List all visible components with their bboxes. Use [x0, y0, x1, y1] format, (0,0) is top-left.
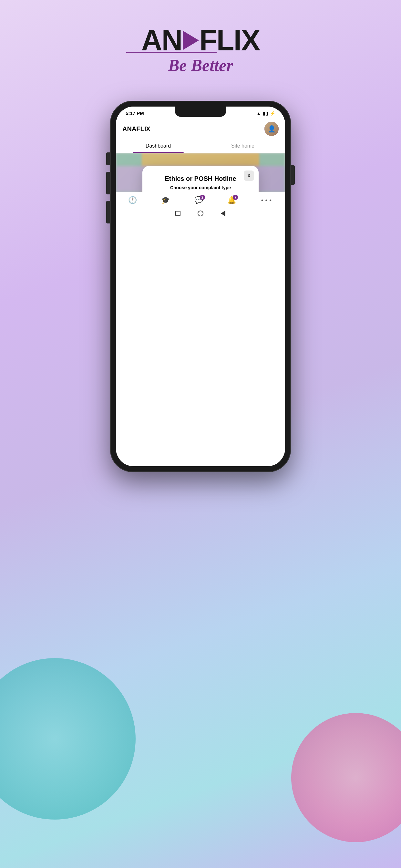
phone-mockup: 5:17 PM ▲ ▮▯ ⚡ ANAFLIX 👤 Dashboard — [110, 101, 291, 472]
home-button[interactable] — [197, 210, 204, 217]
nav-item-learning[interactable]: 🎓 — [161, 196, 170, 205]
logo-tagline: Be Better — [168, 56, 233, 75]
power-button — [291, 165, 295, 185]
messages-badge: 2 — [200, 195, 205, 200]
more-icon: ••• — [260, 197, 273, 204]
recent-apps-button[interactable] — [175, 210, 181, 217]
charging-icon: ⚡ — [270, 111, 275, 116]
wifi-icon: ▲ — [256, 111, 261, 116]
tab-site-home[interactable]: Site home — [201, 139, 285, 153]
android-nav-bar — [116, 207, 285, 221]
modal-close-button[interactable]: X — [244, 170, 254, 181]
notifications-badge: 7 — [233, 195, 238, 200]
phone-frame: 5:17 PM ▲ ▮▯ ⚡ ANAFLIX 👤 Dashboard — [110, 101, 291, 472]
logo-divider — [126, 52, 217, 53]
nav-item-notifications[interactable]: 🔔 7 — [227, 196, 236, 205]
back-button[interactable] — [220, 210, 226, 217]
nav-item-more[interactable]: ••• — [260, 197, 273, 204]
volume-up-button — [106, 172, 110, 194]
avatar-image: 👤 — [265, 122, 279, 136]
app-header: ANAFLIX 👤 — [116, 119, 285, 139]
modal-subtitle: Choose your complaint type — [150, 185, 251, 190]
phone-screen: 5:17 PM ▲ ▮▯ ⚡ ANAFLIX 👤 Dashboard — [116, 106, 285, 466]
phone-notch — [175, 106, 226, 117]
logo-part2: FLIX — [199, 26, 260, 55]
bg-decoration-pink — [291, 713, 401, 842]
logo-arrow-icon — [183, 31, 199, 50]
dashboard-icon: 🕐 — [128, 196, 137, 205]
nav-item-dashboard[interactable]: 🕐 — [128, 196, 137, 205]
modal-title: Ethics or POSH Hotline — [150, 175, 251, 182]
app-title: ANAFLIX — [122, 125, 150, 133]
tab-dashboard[interactable]: Dashboard — [116, 139, 201, 153]
modal-overlay: X Ethics or POSH Hotline Choose your com… — [116, 153, 285, 192]
circle-icon — [197, 211, 204, 216]
bottom-nav: 🕐 🎓 💬 2 🔔 7 ••• — [116, 192, 285, 207]
tab-bar: Dashboard Site home — [116, 139, 285, 153]
volume-down-button — [106, 201, 110, 223]
logo-area: AN FLIX Be Better — [126, 26, 275, 75]
learning-icon: 🎓 — [161, 196, 170, 205]
content-area: ⭐ ⭐ ⭐ ⭐ ⭐ X Ethics or POSH Hotline Choos… — [116, 153, 285, 192]
logo-part1: AN — [142, 26, 182, 55]
avatar[interactable]: 👤 — [265, 122, 279, 136]
hotline-modal: X Ethics or POSH Hotline Choose your com… — [143, 166, 258, 192]
status-time: 5:17 PM — [126, 111, 144, 116]
square-icon — [175, 211, 181, 216]
back-triangle-icon — [221, 211, 225, 216]
silent-button — [106, 152, 110, 165]
status-icons: ▲ ▮▯ ⚡ — [256, 111, 275, 116]
battery-icon: ▮▯ — [263, 111, 268, 116]
bg-decoration-teal — [0, 658, 135, 819]
nav-item-messages[interactable]: 💬 2 — [194, 196, 203, 205]
logo: AN FLIX — [142, 26, 260, 55]
